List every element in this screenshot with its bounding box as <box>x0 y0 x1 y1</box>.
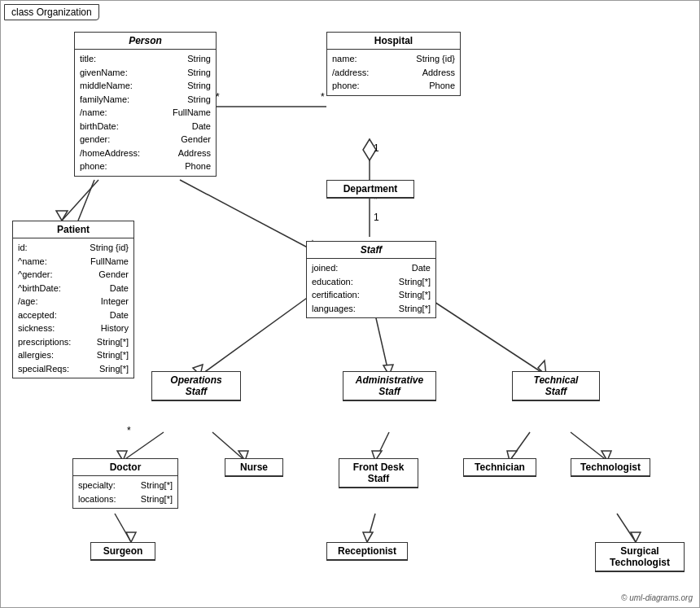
technician-class: Technician <box>463 458 536 477</box>
svg-text:1: 1 <box>374 212 379 223</box>
diagram-container: class Organization * * 1 * 1 * <box>0 0 700 608</box>
technician-header: Technician <box>464 459 536 476</box>
svg-text:*: * <box>321 91 325 103</box>
patient-body: id:String {id} ^name:FullName ^gender:Ge… <box>13 238 133 378</box>
svg-text:*: * <box>127 425 131 436</box>
svg-line-28 <box>571 432 607 461</box>
staff-class: Staff joined:Date education:String[*] ce… <box>306 241 436 318</box>
surgical-technologist-header: SurgicalTechnologist <box>596 543 684 571</box>
svg-line-22 <box>212 432 245 461</box>
technologist-header: Technologist <box>571 459 650 476</box>
technical-staff-class: TechnicalStaff <box>512 371 600 401</box>
svg-marker-4 <box>363 139 376 160</box>
department-class: Department <box>326 180 414 199</box>
person-body: title:String givenName:String middleName… <box>75 50 216 176</box>
hospital-class: Hospital name:String {id} /address:Addre… <box>326 32 461 96</box>
surgeon-header: Surgeon <box>91 543 155 560</box>
operations-staff-header: OperationsStaff <box>152 372 240 400</box>
svg-marker-35 <box>631 532 641 542</box>
patient-class: Patient id:String {id} ^name:FullName ^g… <box>12 221 134 378</box>
surgical-technologist-class: SurgicalTechnologist <box>595 542 685 572</box>
svg-line-34 <box>617 514 636 542</box>
svg-marker-31 <box>126 532 136 542</box>
administrative-staff-header: AdministrativeStaff <box>343 372 435 400</box>
technical-staff-header: TechnicalStaff <box>513 372 599 400</box>
department-header: Department <box>327 181 413 198</box>
hospital-body: name:String {id} /address:Address phone:… <box>327 50 460 95</box>
administrative-staff-class: AdministrativeStaff <box>343 371 436 401</box>
svg-line-26 <box>510 432 530 461</box>
doctor-body: specialty:String[*] locations:String[*] <box>73 476 177 508</box>
receptionist-class: Receptionist <box>326 542 408 561</box>
svg-line-24 <box>375 432 389 461</box>
doctor-header: Doctor <box>73 459 177 476</box>
svg-line-30 <box>115 514 131 542</box>
staff-body: joined:Date education:String[*] certific… <box>307 259 435 317</box>
hospital-header: Hospital <box>327 33 460 50</box>
person-header: Person <box>75 33 216 50</box>
staff-header: Staff <box>307 242 435 259</box>
svg-line-32 <box>367 514 375 542</box>
technologist-class: Technologist <box>571 458 650 477</box>
surgeon-class: Surgeon <box>90 542 155 561</box>
patient-header: Patient <box>13 221 133 238</box>
person-class: Person title:String givenName:String mid… <box>74 32 217 177</box>
svg-marker-33 <box>363 532 373 542</box>
svg-line-10 <box>62 180 98 221</box>
front-desk-staff-class: Front DeskStaff <box>339 458 418 488</box>
operations-staff-class: OperationsStaff <box>151 371 241 401</box>
svg-marker-11 <box>56 211 68 221</box>
svg-line-20 <box>123 432 164 461</box>
svg-line-12 <box>180 180 318 253</box>
nurse-header: Nurse <box>225 459 282 476</box>
front-desk-staff-header: Front DeskStaff <box>339 459 418 488</box>
diagram-title: class Organization <box>4 4 99 20</box>
receptionist-header: Receptionist <box>327 543 407 560</box>
svg-text:1: 1 <box>374 142 379 154</box>
svg-line-14 <box>200 290 318 375</box>
copyright: © uml-diagrams.org <box>621 593 693 602</box>
nurse-class: Nurse <box>225 458 283 477</box>
svg-line-36 <box>78 180 94 221</box>
doctor-class: Doctor specialty:String[*] locations:Str… <box>72 458 178 509</box>
